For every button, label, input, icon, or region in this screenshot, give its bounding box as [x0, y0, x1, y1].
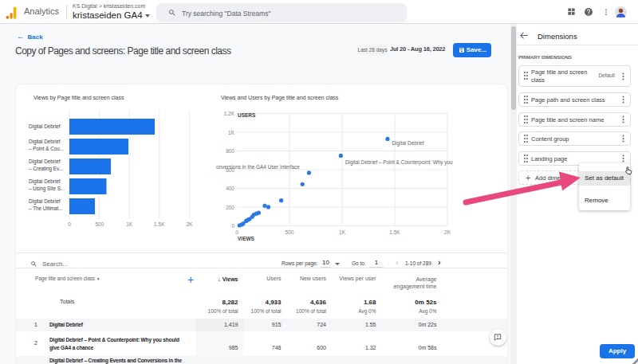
svg-text:Digital Debrief: Digital Debrief — [29, 159, 61, 165]
svg-text:Digital Debrief: Digital Debrief — [29, 178, 61, 185]
svg-text:500: 500 — [286, 229, 294, 235]
svg-text:– The Ultimat...: – The Ultimat... — [29, 205, 63, 211]
svg-text:– Creating Ev...: – Creating Ev... — [29, 166, 63, 172]
svg-text:– Using Site S...: – Using Site S... — [29, 186, 65, 192]
svg-text:400: 400 — [226, 186, 234, 191]
svg-text:onversions in the GA4 User Int: onversions in the GA4 User Interface — [216, 164, 300, 170]
svg-text:2K: 2K — [444, 229, 451, 235]
svg-text:– Point & Cou...: – Point & Cou... — [29, 146, 64, 151]
svg-text:1.5K: 1.5K — [154, 221, 165, 227]
svg-text:Digital Debrief – Point & Coun: Digital Debrief – Point & Counterpoint: … — [345, 159, 453, 166]
svg-text:1K: 1K — [228, 130, 235, 135]
svg-text:200: 200 — [226, 205, 234, 210]
svg-text:800: 800 — [226, 148, 234, 154]
svg-text:0: 0 — [235, 229, 238, 235]
svg-text:0: 0 — [68, 221, 71, 227]
svg-text:VIEWS: VIEWS — [238, 236, 255, 241]
svg-text:1K: 1K — [126, 221, 133, 227]
svg-text:Digital Debrief: Digital Debrief — [392, 140, 424, 147]
svg-text:500: 500 — [95, 221, 104, 227]
svg-text:2K: 2K — [186, 221, 193, 227]
svg-text:Digital Debrief: Digital Debrief — [29, 123, 61, 130]
svg-text:1.2K: 1.2K — [224, 111, 235, 116]
svg-text:0: 0 — [231, 223, 234, 229]
svg-text:1K: 1K — [339, 229, 346, 235]
svg-text:1.5K: 1.5K — [389, 229, 400, 235]
svg-text:Digital Debrief: Digital Debrief — [29, 139, 61, 145]
svg-text:USERS: USERS — [238, 112, 256, 118]
svg-text:Digital Debrief: Digital Debrief — [29, 198, 61, 205]
